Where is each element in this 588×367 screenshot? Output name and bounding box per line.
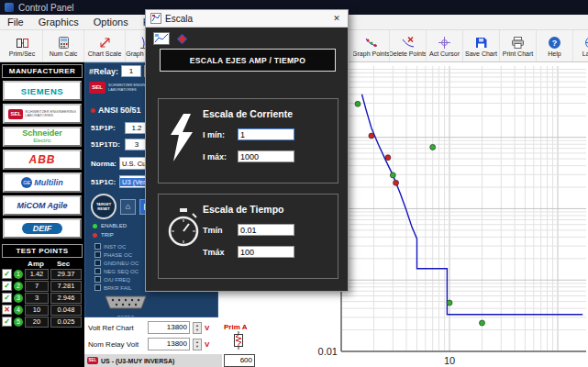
volt-ref-spinner[interactable]: ▲▼ <box>193 322 202 334</box>
volt-ref-label: Volt Ref Chart <box>88 324 145 332</box>
relay-number-input[interactable]: 1 <box>121 65 141 77</box>
tcc-chart[interactable]: 100.01 <box>312 62 588 367</box>
test-point-amp: 1.42 <box>25 269 49 280</box>
current-scale-section: Escala de Corriente I mín: I máx: <box>158 98 338 184</box>
test-point-amp: 3 <box>25 293 49 304</box>
trip-dot-icon <box>93 233 97 238</box>
element-checkbox[interactable] <box>94 260 101 266</box>
test-point-number: 5 <box>14 317 23 327</box>
element-row: BRKR FAIL <box>94 284 132 291</box>
dialog-titlebar[interactable]: Escala ✕ <box>146 10 348 28</box>
delete-points-button[interactable]: Delete Points <box>390 30 427 61</box>
print-chart-button[interactable]: Print Chart <box>500 30 537 61</box>
test-point-checkbox[interactable]: ✓ <box>2 317 12 327</box>
menu-options[interactable]: Options <box>86 15 136 29</box>
micom-logo: MiCOM Agile <box>17 201 67 210</box>
tmax-row: Tmáx <box>203 246 294 258</box>
close-icon[interactable]: ✕ <box>330 14 343 23</box>
volt-ref-input[interactable]: 13800 <box>148 321 190 334</box>
ansi-row: ANSI 50/51 <box>91 106 141 115</box>
test-point-checkbox[interactable]: ✕ <box>2 305 12 315</box>
element-checkbox[interactable] <box>94 276 101 283</box>
chart-thumbnail-icon[interactable] <box>153 32 170 45</box>
db9-connector: PORT F <box>102 295 150 317</box>
prim-a-value[interactable]: 600 <box>224 354 255 367</box>
save-chart-button[interactable]: Save Chart <box>463 30 500 61</box>
resistor-icon <box>231 331 246 350</box>
element-checkbox[interactable] <box>94 243 101 250</box>
help-button[interactable]: ? Help <box>537 30 573 61</box>
chart-scale-button[interactable]: Chart Scale <box>84 30 126 61</box>
brand-schneider-button[interactable]: Schneider Electric <box>3 127 82 147</box>
stopwatch-icon <box>164 207 203 250</box>
test-point-amp: 10 <box>25 305 49 316</box>
language-button[interactable]: Langu <box>573 30 588 61</box>
tmin-label: Tmín <box>203 226 234 235</box>
test-points-header: TEST POINTS <box>2 244 83 258</box>
brand-deif-button[interactable]: DEIF <box>3 218 82 239</box>
element-checkbox[interactable] <box>94 284 101 291</box>
diamond-icon[interactable] <box>175 32 189 46</box>
prim-sec-button[interactable]: Prim/Sec <box>2 30 43 61</box>
sel-logo: SEL <box>89 82 105 94</box>
imin-input[interactable] <box>238 128 294 140</box>
brand-siemens-button[interactable]: SIEMENS <box>3 81 82 101</box>
tmin-input[interactable] <box>238 224 294 236</box>
menu-graphics[interactable]: Graphics <box>31 15 86 29</box>
test-point-amp: 7 <box>25 281 49 292</box>
house-icon: ⌂ <box>126 202 130 211</box>
test-point-sec: 7.281 <box>50 281 82 292</box>
graph-points-button[interactable]: Graph Points <box>353 30 390 61</box>
tmax-input[interactable] <box>238 246 294 258</box>
enabled-status: ENABLED <box>93 223 127 228</box>
element-checkbox[interactable] <box>94 251 101 258</box>
delete-points-icon <box>401 36 415 50</box>
nom-volt-input[interactable]: 13800 <box>148 338 190 350</box>
test-point-checkbox[interactable]: ✓ <box>2 269 12 279</box>
test-point-checkbox[interactable]: ✓ <box>2 281 12 291</box>
brand-sel-button[interactable]: SEL SCHWEITZER ENGINEERINGLABORATORIES <box>3 104 82 124</box>
act-cursor-button[interactable]: Act Cursor <box>427 30 463 61</box>
relay-selector: #Relay: 1 ▲▼ <box>89 65 153 77</box>
dialog-icon <box>150 13 161 24</box>
svg-text:?: ? <box>552 39 558 48</box>
test-point-checkbox[interactable]: ✓ <box>2 293 12 303</box>
test-point-number: 4 <box>14 306 23 315</box>
nom-volt-spinner[interactable]: ▲▼ <box>193 339 202 350</box>
toolbar-left-group: Prim/Sec Num Calc Chart Scale Graph Curv… <box>2 30 167 61</box>
target-reset-button[interactable]: TARGET RESET <box>91 194 116 219</box>
home-button[interactable]: ⌂ <box>120 199 136 215</box>
element-checkbox[interactable] <box>94 268 101 274</box>
relay-label: #Relay: <box>89 67 118 76</box>
floppy-disk-icon <box>474 36 488 50</box>
graph-points-icon <box>364 36 378 50</box>
dialog-toolbar <box>153 32 189 46</box>
element-row: O/U FREQ <box>94 276 130 283</box>
num-calc-button[interactable]: Num Calc <box>43 30 84 61</box>
test-point-number: 3 <box>14 294 23 303</box>
test-point-row: ✓ 3 3 2.946 <box>0 292 84 304</box>
tmin-row: Tmín <box>203 224 294 236</box>
nom-volt-row: Nom Relay Volt 13800 ▲▼ V <box>88 338 209 350</box>
brand-micom-button[interactable]: MiCOM Agile <box>3 195 82 216</box>
test-point-row: ✕ 4 10 0.048 <box>0 304 84 316</box>
brand-abb-button[interactable]: ABB <box>3 150 82 170</box>
volt-ref-row: Volt Ref Chart 13800 ▲▼ V <box>88 321 209 334</box>
test-point-number: 1 <box>14 270 23 279</box>
crosshair-icon <box>438 36 451 50</box>
schneider-logo: Schneider <box>22 129 62 137</box>
imax-input[interactable] <box>238 150 294 162</box>
deif-logo: DEIF <box>22 223 63 234</box>
element-row: PHASE OC <box>94 251 132 258</box>
enabled-dot-icon <box>93 224 97 228</box>
db9-port-icon <box>102 295 150 311</box>
brand-ge-multilin-button[interactable]: GE Multilin <box>3 172 82 193</box>
element-row: INST OC <box>94 243 126 250</box>
element-row: NEG SEQ OC <box>94 268 139 274</box>
dialog-header-box: ESCALA EJES AMP / TIEMPO <box>160 49 336 72</box>
app-icon <box>5 3 14 12</box>
menu-file[interactable]: File <box>0 15 31 29</box>
manufacturer-header: MANUFACTURER <box>2 64 83 78</box>
col-sec: Sec <box>48 260 79 268</box>
test-point-sec: 0.048 <box>50 305 82 316</box>
